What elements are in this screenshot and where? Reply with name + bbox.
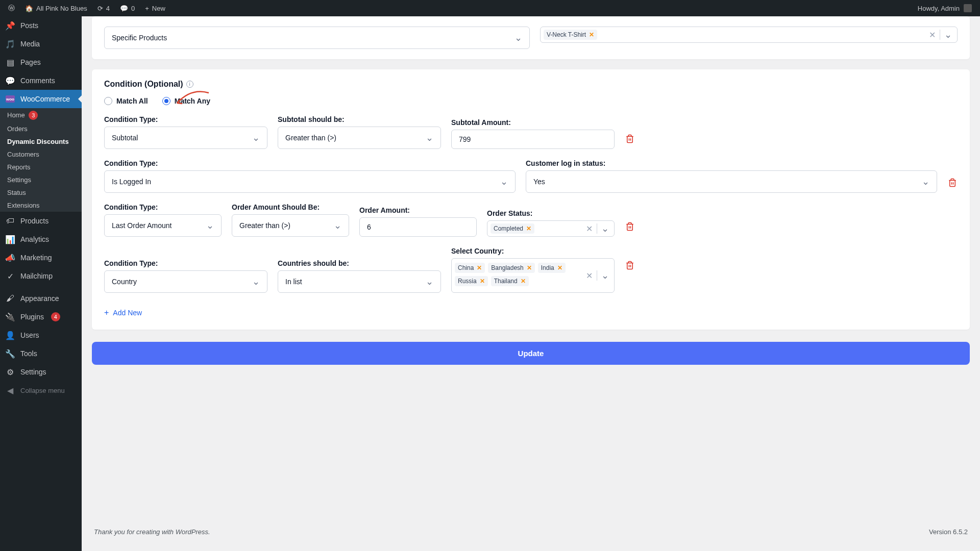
submenu-home[interactable]: Home 3 bbox=[0, 108, 82, 122]
radio-checked-icon bbox=[162, 97, 170, 105]
condition-row-logged-in: Condition Type: Is Logged In⌄ Customer l… bbox=[104, 159, 958, 193]
condition-type-select[interactable]: Country⌄ bbox=[104, 270, 267, 293]
refresh-icon: ⟳ bbox=[97, 5, 103, 12]
updates-link[interactable]: ⟳ 4 bbox=[93, 0, 114, 16]
sidebar-item-comments[interactable]: 💬Comments bbox=[0, 71, 82, 90]
clear-all-icon[interactable]: ✕ bbox=[586, 271, 593, 281]
collapse-label: Collapse menu bbox=[20, 387, 65, 394]
field-label: Customer log in status: bbox=[526, 159, 937, 167]
mailchimp-icon: ✓ bbox=[5, 271, 15, 281]
tag-remove-icon[interactable]: ✕ bbox=[480, 278, 485, 285]
select-value: Yes bbox=[533, 178, 545, 186]
subtotal-amount-input[interactable] bbox=[451, 130, 615, 149]
product-tags-select[interactable]: V-Neck T-Shirt✕ ✕ ⌄ bbox=[540, 27, 958, 43]
country-operator-select[interactable]: In list⌄ bbox=[278, 270, 441, 293]
admin-bar: ⓦ 🏠 All Pink No Blues ⟳ 4 💬 0 + New Howd… bbox=[0, 0, 980, 16]
plus-icon: + bbox=[104, 308, 109, 317]
condition-type-select[interactable]: Is Logged In⌄ bbox=[104, 170, 516, 193]
tag-remove-icon[interactable]: ✕ bbox=[557, 264, 562, 271]
submenu-dynamic-discounts[interactable]: Dynamic Discounts bbox=[0, 135, 82, 148]
sidebar-item-products[interactable]: 🏷Products bbox=[0, 212, 82, 230]
avatar[interactable] bbox=[964, 4, 972, 12]
status-tag: Completed✕ bbox=[491, 223, 534, 234]
match-all-radio[interactable]: Match All bbox=[104, 97, 148, 105]
tag-label: Thailand bbox=[494, 278, 518, 285]
match-mode-row: Match All Match Any bbox=[104, 97, 958, 105]
home-badge: 3 bbox=[29, 111, 38, 120]
submenu-orders[interactable]: Orders bbox=[0, 122, 82, 135]
condition-card: Condition (Optional) i Match All Match A… bbox=[92, 69, 970, 330]
collapse-icon: ◀ bbox=[5, 385, 15, 395]
add-new-condition[interactable]: + Add New bbox=[104, 306, 142, 319]
condition-type-select[interactable]: Last Order Amount⌄ bbox=[104, 214, 222, 237]
order-status-select[interactable]: Completed✕ ✕ ⌄ bbox=[487, 220, 615, 237]
info-icon[interactable]: i bbox=[186, 81, 193, 88]
sidebar-label-mailchimp: Mailchimp bbox=[20, 272, 53, 280]
site-name-link[interactable]: 🏠 All Pink No Blues bbox=[21, 0, 91, 16]
delete-row-button[interactable] bbox=[625, 260, 635, 270]
divider bbox=[597, 270, 597, 281]
chevron-down-icon: ⌄ bbox=[252, 276, 260, 287]
subtotal-operator-select[interactable]: Greater than (>)⌄ bbox=[278, 127, 441, 149]
match-any-label: Match Any bbox=[175, 97, 210, 105]
tag-remove-icon[interactable]: ✕ bbox=[589, 31, 594, 38]
chevron-down-icon[interactable]: ⌄ bbox=[601, 270, 609, 281]
comments-link[interactable]: 💬 0 bbox=[116, 0, 139, 16]
match-all-label: Match All bbox=[116, 97, 148, 105]
order-amount-input[interactable] bbox=[359, 217, 477, 237]
sidebar-item-posts[interactable]: 📌Posts bbox=[0, 16, 82, 35]
footer-thanks: Thank you for creating with WordPress. bbox=[94, 528, 210, 536]
login-status-select[interactable]: Yes⌄ bbox=[526, 170, 937, 193]
trash-icon bbox=[625, 134, 634, 143]
tag-remove-icon[interactable]: ✕ bbox=[526, 225, 531, 232]
delete-row-button[interactable] bbox=[625, 134, 635, 144]
sidebar-item-appearance[interactable]: 🖌Appearance bbox=[0, 289, 82, 308]
wp-logo[interactable]: ⓦ bbox=[4, 0, 19, 16]
tag-label: V-Neck T-Shirt bbox=[547, 31, 586, 38]
chevron-down-icon: ⌄ bbox=[514, 32, 522, 43]
sidebar-item-users[interactable]: 👤Users bbox=[0, 326, 82, 344]
sidebar-item-analytics[interactable]: 📊Analytics bbox=[0, 230, 82, 248]
chevron-down-icon[interactable]: ⌄ bbox=[601, 223, 609, 234]
country-select[interactable]: China✕ Bangladesh✕ India✕ Russia✕ Thaila… bbox=[451, 258, 615, 293]
sidebar-item-tools[interactable]: 🔧Tools bbox=[0, 344, 82, 363]
submenu-reports[interactable]: Reports bbox=[0, 161, 82, 173]
clear-all-icon[interactable]: ✕ bbox=[586, 224, 593, 234]
sidebar-label-comments: Comments bbox=[20, 77, 55, 85]
condition-title-text: Condition (Optional) bbox=[104, 80, 183, 89]
sidebar-item-plugins[interactable]: 🔌Plugins 4 bbox=[0, 308, 82, 326]
chevron-down-icon[interactable]: ⌄ bbox=[944, 29, 952, 40]
update-button[interactable]: Update bbox=[92, 342, 970, 365]
sidebar-item-mailchimp[interactable]: ✓Mailchimp bbox=[0, 267, 82, 285]
tag-remove-icon[interactable]: ✕ bbox=[527, 264, 532, 271]
tag-remove-icon[interactable]: ✕ bbox=[477, 264, 482, 271]
submenu-extensions[interactable]: Extensions bbox=[0, 199, 82, 212]
submenu-status[interactable]: Status bbox=[0, 186, 82, 199]
submenu-settings[interactable]: Settings bbox=[0, 173, 82, 186]
field-label: Order Status: bbox=[487, 209, 615, 217]
delete-row-button[interactable] bbox=[947, 178, 958, 188]
product-mode-select[interactable]: Specific Products ⌄ bbox=[104, 27, 530, 49]
new-content-link[interactable]: + New bbox=[141, 0, 169, 16]
collapse-menu[interactable]: ◀Collapse menu bbox=[0, 381, 82, 399]
tag-remove-icon[interactable]: ✕ bbox=[521, 278, 526, 285]
sidebar-item-settings[interactable]: ⚙Settings bbox=[0, 363, 82, 381]
sidebar-item-woocommerce[interactable]: wooWooCommerce bbox=[0, 90, 82, 108]
delete-row-button[interactable] bbox=[625, 221, 635, 232]
field-label: Subtotal Amount: bbox=[451, 118, 615, 127]
sidebar-item-marketing[interactable]: 📣Marketing bbox=[0, 248, 82, 267]
match-any-radio[interactable]: Match Any bbox=[162, 97, 210, 105]
sidebar-item-media[interactable]: 🎵Media bbox=[0, 35, 82, 53]
sidebar-label-pages: Pages bbox=[20, 58, 41, 66]
clear-all-icon[interactable]: ✕ bbox=[929, 30, 936, 40]
order-amount-operator-select[interactable]: Greater than (>)⌄ bbox=[232, 214, 349, 237]
submenu-customers[interactable]: Customers bbox=[0, 148, 82, 161]
sidebar-item-pages[interactable]: ▤Pages bbox=[0, 53, 82, 71]
condition-type-select[interactable]: Subtotal⌄ bbox=[104, 127, 267, 149]
page-icon: ▤ bbox=[5, 57, 15, 67]
chevron-down-icon: ⌄ bbox=[922, 176, 929, 187]
users-icon: 👤 bbox=[5, 330, 15, 340]
radio-unchecked-icon bbox=[104, 97, 112, 105]
howdy-text[interactable]: Howdy, Admin bbox=[918, 5, 960, 12]
chevron-down-icon: ⌄ bbox=[500, 176, 508, 187]
